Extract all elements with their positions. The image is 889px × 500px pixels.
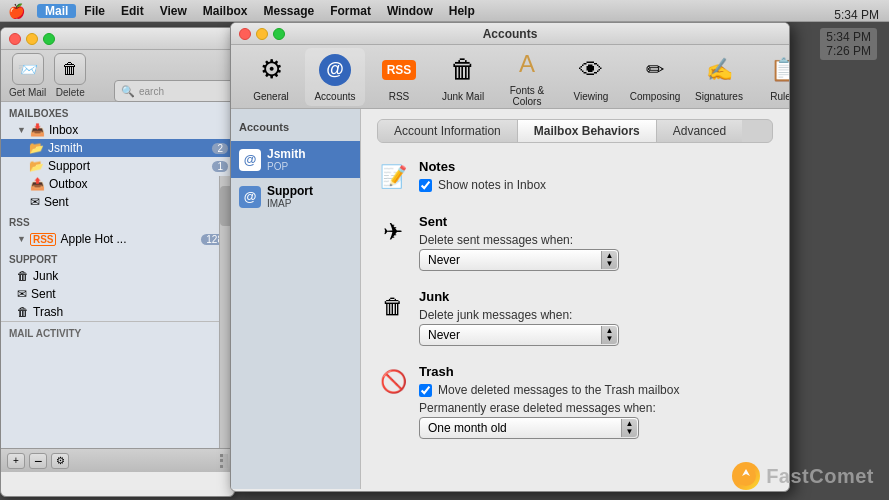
sidebar-item-outbox[interactable]: ▼ 📤 Outbox — [1, 175, 234, 193]
accounts-window: Accounts ⚙ General @ Accounts RSS RSS � — [230, 22, 790, 492]
toolbar-junk[interactable]: 🗑 Junk Mail — [433, 48, 493, 106]
get-mail-button[interactable]: 📨 Get Mail — [9, 53, 46, 98]
trash-content: Trash Move deleted messages to the Trash… — [419, 364, 773, 439]
account-item-jsmith[interactable]: @ Jsmith POP — [231, 141, 360, 178]
sidebar-item-support[interactable]: 📂 Support 1 — [1, 157, 234, 175]
rss-triangle: ▼ — [17, 234, 26, 244]
sidebar-item-support-sent[interactable]: ✉ Sent — [1, 285, 234, 303]
jsmith-label: Jsmith — [48, 141, 83, 155]
search-bar[interactable]: 🔍 earch — [114, 80, 234, 102]
toolbar-composing[interactable]: ✏ Composing — [625, 48, 685, 106]
trash-onemonth-dropdown[interactable]: One month old ▲▼ — [419, 417, 639, 439]
sidebar-item-rss[interactable]: ▼ RSS Apple Hot ... 128 — [1, 230, 234, 248]
menu-message[interactable]: Message — [256, 4, 323, 18]
accounts-body: Accounts @ Jsmith POP @ Support IMAP — [231, 109, 789, 489]
composing-label: Composing — [630, 91, 681, 102]
menu-file[interactable]: File — [76, 4, 113, 18]
support-junk-label: Junk — [33, 269, 58, 283]
trash-erase-label: Permanently erase deleted messages when: — [419, 401, 773, 415]
support-section-header: SUPPORT — [1, 248, 234, 267]
tab-mailbox-behaviors[interactable]: Mailbox Behaviors — [518, 120, 657, 142]
toolbar-rules[interactable]: 📋 Rules — [753, 48, 790, 106]
notes-checkbox[interactable] — [419, 179, 432, 192]
junk-never-dropdown[interactable]: Never ▲▼ — [419, 324, 619, 346]
remove-mailbox-button[interactable]: − — [29, 453, 47, 469]
trash-dropdown-row: One month old ▲▼ — [419, 417, 773, 439]
sent-never-dropdown[interactable]: Never ▲▼ — [419, 249, 619, 271]
sidebar-item-sent[interactable]: ▼ ✉ Sent — [1, 193, 234, 211]
general-icon: ⚙ — [253, 52, 289, 88]
trash-section: 🚫 Trash Move deleted messages to the Tra… — [377, 364, 773, 439]
mail-window: 📨 Get Mail 🗑 Delete 🔍 earch MAILBOXES ▼ … — [0, 27, 235, 497]
support-account-type: IMAP — [267, 198, 313, 209]
tab-account-information[interactable]: Account Information — [378, 120, 518, 142]
inbox-label: Inbox — [49, 123, 78, 137]
sidebar-item-jsmith[interactable]: 📂 Jsmith 2 — [1, 139, 234, 157]
accounts-maximize-button[interactable] — [273, 28, 285, 40]
menu-window[interactable]: Window — [379, 4, 441, 18]
toolbar-accounts[interactable]: @ Accounts — [305, 48, 365, 106]
traffic-lights — [9, 33, 55, 45]
close-button[interactable] — [9, 33, 21, 45]
support-badge: 1 — [212, 161, 228, 172]
general-label: General — [253, 91, 289, 102]
accounts-close-button[interactable] — [239, 28, 251, 40]
junk-content: Junk Delete junk messages when: Never ▲▼ — [419, 289, 773, 346]
jsmith-at-icon: @ — [239, 149, 261, 171]
viewing-icon: 👁 — [573, 52, 609, 88]
toolbar-signatures[interactable]: ✍ Signatures — [689, 48, 749, 106]
trash-mb-icon: 🚫 — [377, 366, 409, 398]
accounts-icon: @ — [317, 52, 353, 88]
rss-toolbar-icon: RSS — [381, 52, 417, 88]
notes-checkbox-label: Show notes in Inbox — [438, 178, 546, 192]
menu-edit[interactable]: Edit — [113, 4, 152, 18]
fonts-icon: A — [509, 46, 545, 82]
get-mail-icon: 📨 — [12, 53, 44, 85]
menu-format[interactable]: Format — [322, 4, 379, 18]
accounts-traffic-lights — [239, 28, 285, 40]
add-mailbox-button[interactable]: + — [7, 453, 25, 469]
composing-icon: ✏ — [637, 52, 673, 88]
sidebar-item-support-junk[interactable]: 🗑 Junk — [1, 267, 234, 285]
junk-title: Junk — [419, 289, 773, 304]
apple-hot-label: Apple Hot ... — [60, 232, 126, 246]
toolbar-viewing[interactable]: 👁 Viewing — [561, 48, 621, 106]
trash-move-row: Move deleted messages to the Trash mailb… — [419, 383, 773, 397]
jsmith-badge: 2 — [212, 143, 228, 154]
accounts-minimize-button[interactable] — [256, 28, 268, 40]
sent-mb-icon: ✈ — [377, 216, 409, 248]
junk-dropdown-arrow: ▲▼ — [601, 326, 617, 344]
menu-help[interactable]: Help — [441, 4, 483, 18]
get-mail-label: Get Mail — [9, 87, 46, 98]
desktop-time2: 7:26 PM — [826, 44, 871, 58]
junk-label: Junk Mail — [442, 91, 484, 102]
menu-mailbox[interactable]: Mailbox — [195, 4, 256, 18]
sent-delete-label: Delete sent messages when: — [419, 233, 773, 247]
tab-advanced[interactable]: Advanced — [657, 120, 742, 142]
account-item-support[interactable]: @ Support IMAP — [231, 178, 360, 215]
settings-button[interactable]: ⚙ — [51, 453, 69, 469]
maximize-button[interactable] — [43, 33, 55, 45]
support-sent-label: Sent — [31, 287, 56, 301]
menu-mail[interactable]: Mail — [37, 4, 76, 18]
search-placeholder: earch — [139, 86, 164, 97]
toolbar-rss[interactable]: RSS RSS — [369, 48, 429, 106]
resize-handle — [220, 454, 228, 468]
search-icon: 🔍 — [121, 85, 135, 98]
trash-move-checkbox[interactable] — [419, 384, 432, 397]
toolbar-general[interactable]: ⚙ General — [241, 48, 301, 106]
signatures-label: Signatures — [695, 91, 743, 102]
sent-icon: ✉ — [30, 195, 40, 209]
junk-mb-icon: 🗑 — [377, 291, 409, 323]
delete-icon: 🗑 — [54, 53, 86, 85]
account-detail: Account Information Mailbox Behaviors Ad… — [361, 109, 789, 489]
minimize-button[interactable] — [26, 33, 38, 45]
apple-menu-icon[interactable]: 🍎 — [8, 3, 25, 19]
time-display: 5:34 PM — [834, 8, 879, 22]
delete-button[interactable]: 🗑 Delete — [54, 53, 86, 98]
sidebar-item-support-trash[interactable]: 🗑 Trash — [1, 303, 234, 321]
sidebar-item-inbox[interactable]: ▼ 📥 Inbox — [1, 121, 234, 139]
menu-view[interactable]: View — [152, 4, 195, 18]
toolbar-fonts[interactable]: A Fonts & Colors — [497, 42, 557, 111]
sent-content: Sent Delete sent messages when: Never ▲▼ — [419, 214, 773, 271]
